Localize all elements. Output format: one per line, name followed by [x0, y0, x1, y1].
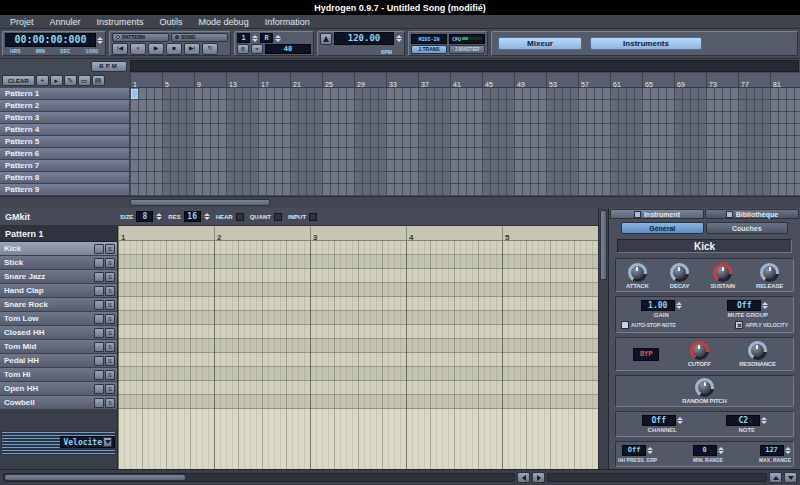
- pattern-editor-vscrollbar[interactable]: [598, 208, 608, 469]
- song-mode-button[interactable]: SONG: [171, 33, 228, 42]
- instruments-button[interactable]: Instruments: [590, 37, 702, 50]
- scroll-left-button[interactable]: [517, 472, 530, 483]
- beat-counter-set-button[interactable]: =: [251, 44, 263, 54]
- mute-button[interactable]: [94, 258, 104, 268]
- menu-item[interactable]: Annuler: [42, 16, 89, 28]
- pattern-row[interactable]: Pattern 8: [0, 172, 130, 184]
- mute-button[interactable]: [94, 356, 104, 366]
- horizontal-scroll-thumb[interactable]: [5, 475, 185, 480]
- pattern-row[interactable]: Pattern 5: [0, 136, 130, 148]
- instrument-row[interactable]: Closed HH S: [0, 326, 117, 340]
- instrument-row[interactable]: Tom Mid S: [0, 340, 117, 354]
- pattern-row[interactable]: Pattern 6: [0, 148, 130, 160]
- select-mode-button[interactable]: ▭: [78, 75, 91, 86]
- mute-button[interactable]: [94, 244, 104, 254]
- range-control[interactable]: Off HH PRESS. GRP: [618, 445, 657, 463]
- solo-button[interactable]: S: [105, 300, 115, 310]
- mute-group-control[interactable]: Off MUTE GROUP: [727, 300, 768, 318]
- vertical-scroll-thumb[interactable]: [600, 210, 607, 280]
- checkbox-box[interactable]: [621, 321, 629, 329]
- timeline-ruler[interactable]: 159131721252933374145495357616569737781: [130, 73, 800, 88]
- solo-button[interactable]: S: [105, 272, 115, 282]
- resonance-knob[interactable]: RESONANCE: [739, 341, 776, 367]
- mute-button[interactable]: [94, 384, 104, 394]
- input-toggle[interactable]: [309, 213, 317, 221]
- range-control[interactable]: 0 MIN. RANGE: [693, 445, 724, 463]
- bpm-spinner[interactable]: [396, 35, 402, 42]
- mute-button[interactable]: [94, 314, 104, 324]
- envelope-knob[interactable]: SUSTAIN: [710, 263, 735, 289]
- solo-button[interactable]: S: [105, 398, 115, 408]
- beat-counter-spinner[interactable]: [252, 35, 258, 42]
- pattern-row[interactable]: Pattern 7: [0, 160, 130, 172]
- menu-item[interactable]: Projet: [2, 16, 42, 28]
- instrument-row[interactable]: Cowbell S: [0, 396, 117, 410]
- menu-item[interactable]: Mode debug: [191, 16, 257, 28]
- layers-button[interactable]: Couches: [706, 222, 789, 234]
- instrument-row[interactable]: Tom Low S: [0, 312, 117, 326]
- rewind-button[interactable]: |◀: [112, 43, 128, 55]
- solo-button[interactable]: S: [105, 342, 115, 352]
- clear-button[interactable]: CLEAR: [2, 75, 35, 86]
- song-scroll-thumb[interactable]: [130, 199, 270, 206]
- time-spinner[interactable]: [97, 37, 103, 44]
- pattern-mode-button[interactable]: PATTERN: [112, 33, 169, 42]
- jack-master-button[interactable]: J.MASTER: [449, 45, 485, 54]
- range-control[interactable]: 127 MAX. RANGE: [759, 445, 791, 463]
- solo-button[interactable]: S: [105, 328, 115, 338]
- forward-button[interactable]: ▶|: [184, 43, 200, 55]
- pointer-mode-button[interactable]: ▸: [50, 75, 63, 86]
- mute-button[interactable]: [94, 272, 104, 282]
- tab-instrument[interactable]: Instrument: [610, 209, 704, 219]
- solo-button[interactable]: S: [105, 356, 115, 366]
- mute-button[interactable]: [94, 370, 104, 380]
- size-value[interactable]: 8: [136, 211, 153, 222]
- pattern-row[interactable]: Pattern 2: [0, 100, 130, 112]
- mute-button[interactable]: [94, 286, 104, 296]
- menu-item[interactable]: Outils: [152, 16, 191, 28]
- scroll-up-button[interactable]: [769, 472, 782, 483]
- range-spinner[interactable]: [718, 447, 724, 454]
- range-spinner[interactable]: [647, 447, 653, 454]
- midi-note-spinner[interactable]: [761, 417, 767, 424]
- solo-button[interactable]: S: [105, 384, 115, 394]
- mute-button[interactable]: [94, 398, 104, 408]
- mute-group-spinner[interactable]: [762, 302, 768, 309]
- mixer-button[interactable]: Mixeur: [498, 37, 582, 50]
- draw-mode-button[interactable]: ✎: [64, 75, 77, 86]
- instrument-row[interactable]: Open HH S: [0, 382, 117, 396]
- menu-item[interactable]: Information: [257, 16, 318, 28]
- res-spinner[interactable]: [204, 213, 210, 220]
- metronome-button[interactable]: [320, 33, 332, 45]
- cutoff-knob[interactable]: CUTOFF: [688, 341, 711, 367]
- beat-counter-rule-spinner[interactable]: [275, 35, 281, 42]
- mute-button[interactable]: [94, 342, 104, 352]
- midi-note-control[interactable]: C2 NOTE: [726, 415, 767, 433]
- range-spinner[interactable]: [785, 447, 791, 454]
- instrument-row[interactable]: Hand Clap S: [0, 284, 117, 298]
- beat-counter-b-button[interactable]: B: [237, 44, 249, 54]
- midi-channel-spinner[interactable]: [677, 417, 683, 424]
- song-editor-scrollbar[interactable]: [0, 196, 800, 208]
- instrument-row[interactable]: Pedal HH S: [0, 354, 117, 368]
- solo-button[interactable]: S: [105, 314, 115, 324]
- scroll-right-button[interactable]: [532, 472, 545, 483]
- solo-button[interactable]: S: [105, 258, 115, 268]
- pattern-ruler[interactable]: 12345: [118, 226, 598, 241]
- jack-transport-button[interactable]: J.TRANS: [411, 45, 447, 54]
- gain-spinner[interactable]: [676, 302, 682, 309]
- envelope-knob[interactable]: RELEASE: [756, 263, 783, 289]
- timeline-bpm-button[interactable]: BPM: [91, 61, 127, 72]
- add-pattern-button[interactable]: +: [36, 75, 49, 86]
- instrument-row[interactable]: Snare Jazz S: [0, 270, 117, 284]
- stop-button[interactable]: ■: [166, 43, 182, 55]
- envelope-knob[interactable]: ATTACK: [626, 263, 649, 289]
- tab-library[interactable]: Bibliothèque: [705, 209, 799, 219]
- option-checkbox[interactable]: ✕ APPLY VELOCITY: [735, 321, 788, 329]
- secondary-scrollbar[interactable]: [547, 473, 767, 482]
- pattern-row[interactable]: Pattern 4: [0, 124, 130, 136]
- filter-bypass-button[interactable]: BYP: [633, 348, 659, 361]
- midi-channel-control[interactable]: Off CHANNEL: [642, 415, 683, 433]
- property-combo[interactable]: Velocite: [60, 436, 115, 448]
- instrument-row[interactable]: Snare Rock S: [0, 298, 117, 312]
